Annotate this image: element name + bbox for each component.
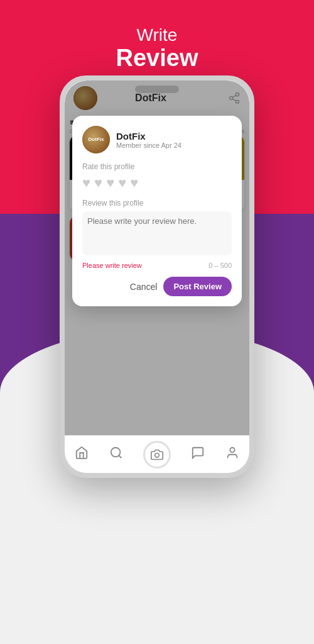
nav-home-icon[interactable] — [75, 446, 89, 464]
dialog-avatar: DotFix — [82, 126, 110, 153]
review-label: Review this profile — [82, 199, 232, 208]
dialog-avatar-label: DotFix — [89, 137, 104, 142]
cancel-button[interactable]: Cancel — [130, 282, 158, 292]
dialog-profile-name: DotFix — [116, 131, 181, 142]
validation-text: Please write review — [82, 262, 142, 269]
nav-chat-icon[interactable] — [191, 446, 205, 464]
phone-mockup: DotFix ₹ 8,000 Chakkaraparambu Mar 16 — [60, 75, 254, 478]
char-count: 0 – 500 — [208, 262, 232, 269]
dialog-member-since: Member since Apr 24 — [116, 142, 181, 149]
nav-search-icon[interactable] — [109, 446, 123, 464]
phone-screen: DotFix ₹ 8,000 Chakkaraparambu Mar 16 — [65, 80, 249, 473]
star-2[interactable]: ♥ — [94, 175, 102, 191]
dialog-profile-info: DotFix Member since Apr 24 — [116, 131, 181, 149]
svg-line-6 — [119, 455, 121, 458]
bottom-nav — [65, 435, 249, 473]
review-textarea[interactable] — [82, 211, 232, 255]
nav-profile-icon[interactable] — [225, 446, 239, 464]
svg-point-7 — [155, 453, 160, 457]
star-5[interactable]: ♥ — [130, 175, 138, 191]
dialog-footer-row: Please write review 0 – 500 — [82, 262, 232, 269]
header-write: Write — [0, 25, 314, 45]
review-dialog: DotFix DotFix Member since Apr 24 Rate t… — [72, 116, 242, 306]
stars-row[interactable]: ♥ ♥ ♥ ♥ ♥ — [82, 175, 232, 191]
svg-point-8 — [230, 447, 234, 452]
page-header: Write Review — [0, 25, 314, 72]
star-4[interactable]: ♥ — [118, 175, 126, 191]
svg-point-5 — [111, 447, 120, 457]
header-review: Review — [0, 45, 314, 72]
dialog-profile: DotFix DotFix Member since Apr 24 — [82, 126, 232, 153]
dialog-actions: Cancel Post Review — [82, 277, 232, 296]
star-1[interactable]: ♥ — [82, 175, 90, 191]
post-review-button[interactable]: Post Review — [163, 277, 232, 296]
dialog-overlay: DotFix DotFix Member since Apr 24 Rate t… — [65, 80, 249, 435]
rate-label: Rate this profile — [82, 162, 232, 171]
nav-camera-icon[interactable] — [143, 441, 171, 469]
star-3[interactable]: ♥ — [106, 175, 114, 191]
dialog-avatar-bg: DotFix — [82, 126, 110, 153]
